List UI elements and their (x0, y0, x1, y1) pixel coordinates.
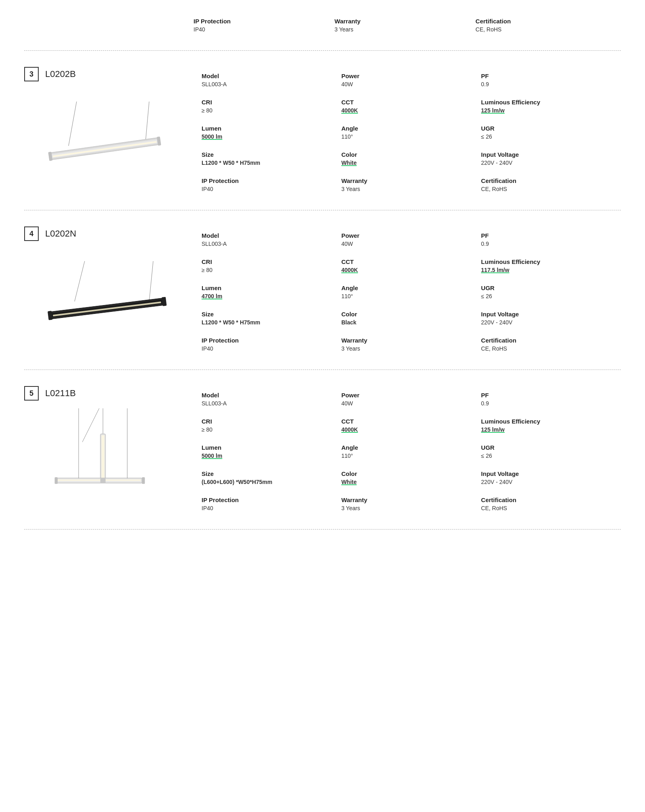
product-number-3: 3 (24, 67, 39, 81)
spec-cell-1-11: Input Voltage 220V - 240V (481, 305, 621, 331)
spec-cell-2-0: Model SLL003-A (202, 386, 341, 412)
svg-rect-23 (142, 477, 145, 484)
warranty-label-top: Warranty (335, 18, 468, 25)
spec-value-2-4: 4000K (341, 426, 473, 433)
svg-rect-22 (55, 477, 58, 484)
spec-label-0-9: Size (202, 151, 333, 158)
spec-value-1-8: ≤ 26 (481, 293, 613, 299)
spec-cell-0-11: Input Voltage 220V - 240V (481, 145, 621, 172)
spec-value-1-1: 40W (341, 241, 473, 247)
spec-value-2-8: ≤ 26 (481, 453, 613, 459)
spec-value-1-0: SLL003-A (202, 241, 333, 247)
spec-label-2-9: Size (202, 470, 333, 477)
spec-cell-1-1: Power 40W (341, 226, 481, 253)
spec-value-2-12: IP40 (202, 505, 333, 511)
spec-cell-1-6: Lumen 4700 lm (202, 279, 341, 305)
spec-label-2-0: Model (202, 392, 333, 399)
spec-value-0-9: L1200 * W50 * H75mm (202, 160, 333, 166)
spec-cell-0-14: Certification CE, RoHS (481, 172, 621, 198)
spec-cell-2-11: Input Voltage 220V - 240V (481, 465, 621, 491)
spec-cell-1-5: Luminous Efficiency 117.5 lm/w (481, 253, 621, 279)
spec-label-2-7: Angle (341, 444, 473, 451)
spec-label-2-2: PF (481, 392, 613, 399)
spec-value-0-8: ≤ 26 (481, 133, 613, 140)
svg-line-7 (75, 261, 85, 301)
spec-label-1-9: Size (202, 311, 333, 318)
spec-value-1-10: Black (341, 319, 473, 326)
product-number-5: 5 (24, 386, 39, 401)
spec-label-0-1: Power (341, 73, 473, 79)
spec-label-0-10: Color (341, 151, 473, 158)
product-image-4 (28, 253, 181, 342)
spec-grid-4: Model SLL003-A Power 40W PF 0.9 CRI ≥ 80… (194, 226, 621, 357)
spec-grid-5: Model SLL003-A Power 40W PF 0.9 CRI ≥ 80… (194, 386, 621, 517)
spec-value-1-4: 4000K (341, 267, 473, 273)
spec-label-1-12: IP Protection (202, 337, 333, 344)
spec-cell-0-1: Power 40W (341, 67, 481, 93)
spec-value-2-1: 40W (341, 400, 473, 407)
spec-cell-2-1: Power 40W (341, 386, 481, 412)
spec-value-2-0: SLL003-A (202, 400, 333, 407)
spec-value-1-13: 3 Years (341, 345, 473, 352)
spec-label-0-2: PF (481, 73, 613, 79)
spec-label-2-8: UGR (481, 444, 613, 451)
spec-cell-2-9: Size (L600+L600) *W50*H75mm (202, 465, 341, 491)
spec-value-2-7: 110° (341, 453, 473, 459)
product-image-3 (28, 93, 181, 182)
cert-label-top: Certification (476, 18, 609, 25)
spec-grid-3: Model SLL003-A Power 40W PF 0.9 CRI ≥ 80… (194, 67, 621, 198)
spec-label-2-5: Luminous Efficiency (481, 418, 613, 425)
spec-label-2-6: Lumen (202, 444, 333, 451)
spec-label-2-14: Certification (481, 496, 613, 503)
spec-cell-0-2: PF 0.9 (481, 67, 621, 93)
spec-cell-2-8: UGR ≤ 26 (481, 438, 621, 465)
spec-value-1-14: CE, RoHS (481, 345, 613, 352)
spec-value-0-0: SLL003-A (202, 81, 333, 87)
product-number-4: 4 (24, 226, 39, 241)
spec-value-1-5: 117.5 lm/w (481, 267, 613, 273)
spec-label-2-1: Power (341, 392, 473, 399)
spec-value-2-11: 220V - 240V (481, 479, 613, 485)
product-section-4: 4 L0202N Model SLL003-A (24, 210, 621, 370)
spec-value-2-14: CE, RoHS (481, 505, 613, 511)
ip-value-top: IP40 (194, 26, 327, 33)
spec-label-1-4: CCT (341, 258, 473, 265)
spec-value-0-2: 0.9 (481, 81, 613, 87)
spec-label-2-13: Warranty (341, 496, 473, 503)
spec-label-1-8: UGR (481, 285, 613, 291)
spec-value-0-7: 110° (341, 133, 473, 140)
spec-label-0-11: Input Voltage (481, 151, 613, 158)
spec-cell-2-7: Angle 110° (341, 438, 481, 465)
spec-cell-2-2: PF 0.9 (481, 386, 621, 412)
spec-label-1-1: Power (341, 232, 473, 239)
spec-cell-2-14: Certification CE, RoHS (481, 491, 621, 517)
spec-cell-2-6: Lumen 5000 lm (202, 438, 341, 465)
divider-5 (24, 529, 621, 530)
spec-cell-0-4: CCT 4000K (341, 93, 481, 119)
spec-label-0-0: Model (202, 73, 333, 79)
spec-cell-2-4: CCT 4000K (341, 412, 481, 438)
product-name-5: L0211B (45, 388, 76, 399)
spec-label-2-12: IP Protection (202, 496, 333, 503)
product-section-5: 5 L0211B (24, 370, 621, 530)
spec-label-2-10: Color (341, 470, 473, 477)
spec-label-0-13: Warranty (341, 177, 473, 184)
spec-cell-1-13: Warranty 3 Years (341, 331, 481, 357)
svg-rect-21 (58, 480, 141, 481)
spec-cell-2-10: Color White (341, 465, 481, 491)
spec-cell-2-13: Warranty 3 Years (341, 491, 481, 517)
spec-label-1-11: Input Voltage (481, 311, 613, 318)
svg-line-15 (82, 408, 99, 442)
spec-cell-1-8: UGR ≤ 26 (481, 279, 621, 305)
spec-value-2-2: 0.9 (481, 400, 613, 407)
spec-cell-1-10: Color Black (341, 305, 481, 331)
spec-cell-0-0: Model SLL003-A (202, 67, 341, 93)
spec-label-1-10: Color (341, 311, 473, 318)
spec-value-1-7: 110° (341, 293, 473, 299)
spec-cell-0-8: UGR ≤ 26 (481, 119, 621, 145)
spec-cell-0-10: Color White (341, 145, 481, 172)
cert-value-top: CE, RoHS (476, 26, 609, 33)
spec-value-0-14: CE, RoHS (481, 186, 613, 192)
spec-label-1-7: Angle (341, 285, 473, 291)
spec-value-0-10: White (341, 160, 473, 166)
